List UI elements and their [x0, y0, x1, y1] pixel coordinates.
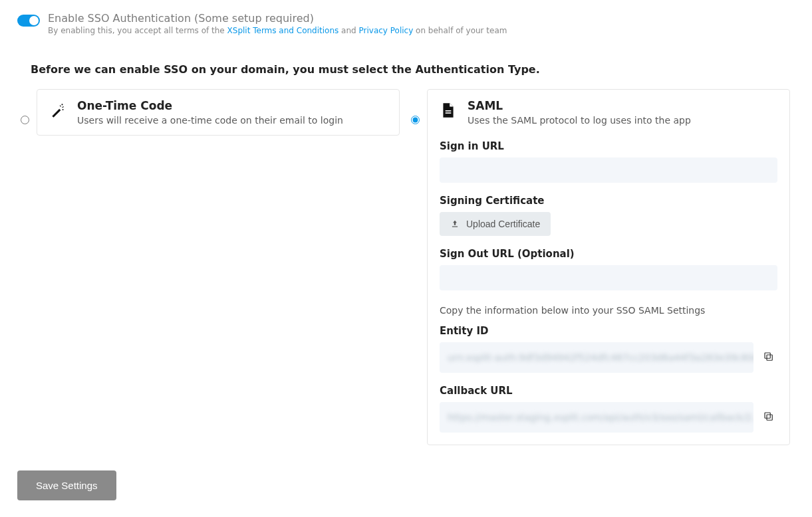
upload-certificate-button[interactable]: Upload Certificate [440, 212, 551, 236]
enable-sso-title: Enable SSO Authentication (Some setup re… [48, 12, 507, 25]
enable-sso-toggle[interactable] [17, 15, 40, 27]
copy-icon [763, 411, 775, 423]
magic-wand-icon [49, 102, 67, 119]
svg-rect-6 [765, 353, 770, 358]
svg-rect-4 [452, 227, 458, 227]
sub-mid: and [338, 26, 358, 35]
document-icon [440, 102, 457, 119]
copy-callback-url-button[interactable] [760, 408, 777, 427]
otc-radio[interactable] [21, 116, 29, 124]
copy-entity-id-button[interactable] [760, 348, 777, 367]
signout-url-input[interactable] [440, 265, 777, 290]
saml-title: SAML [468, 99, 691, 112]
signout-url-label: Sign Out URL (Optional) [440, 248, 777, 260]
entity-id-value: urn:xsplit-auth:9df3d94942f524dfc467cc20… [440, 342, 753, 373]
callback-url-value: https://master.staging.xsplit.com/api/au… [440, 402, 753, 433]
privacy-link[interactable]: Privacy Policy [358, 26, 413, 35]
saml-card: SAML Uses the SAML protocol to log uses … [427, 89, 790, 445]
sub-prefix: By enabling this, you accept all terms o… [48, 26, 227, 35]
saml-desc: Uses the SAML protocol to log uses into … [468, 115, 691, 126]
callback-url-text: https://master.staging.xsplit.com/api/au… [448, 412, 753, 423]
otc-card[interactable]: One-Time Code Users will receive a one-t… [37, 89, 400, 136]
signin-url-label: Sign in URL [440, 140, 777, 152]
svg-rect-5 [767, 355, 772, 360]
saml-radio[interactable] [411, 116, 420, 124]
svg-point-0 [61, 104, 63, 105]
callback-url-label: Callback URL [440, 385, 777, 397]
otc-desc: Users will receive a one-time code on th… [77, 115, 343, 126]
upload-icon [450, 219, 460, 229]
entity-id-text: urn:xsplit-auth:9df3d94942f524dfc467cc20… [448, 352, 753, 363]
upload-cert-label: Upload Certificate [466, 219, 540, 229]
otc-title: One-Time Code [77, 99, 343, 112]
entity-id-label: Entity ID [440, 325, 777, 337]
svg-rect-7 [767, 415, 772, 420]
save-settings-button[interactable]: Save Settings [17, 470, 116, 500]
svg-rect-3 [446, 112, 452, 114]
saml-info-text: Copy the information below into your SSO… [440, 305, 777, 316]
svg-rect-2 [446, 110, 452, 112]
signin-url-input[interactable] [440, 157, 777, 183]
copy-icon [763, 351, 775, 363]
auth-type-heading: Before we can enable SSO on your domain,… [31, 63, 795, 76]
enable-sso-subtext: By enabling this, you accept all terms o… [48, 26, 507, 35]
signing-cert-label: Signing Certificate [440, 195, 777, 207]
terms-link[interactable]: XSplit Terms and Conditions [227, 26, 339, 35]
svg-point-1 [63, 109, 64, 110]
svg-rect-8 [765, 413, 770, 418]
sub-suffix: on behalf of your team [413, 26, 507, 35]
